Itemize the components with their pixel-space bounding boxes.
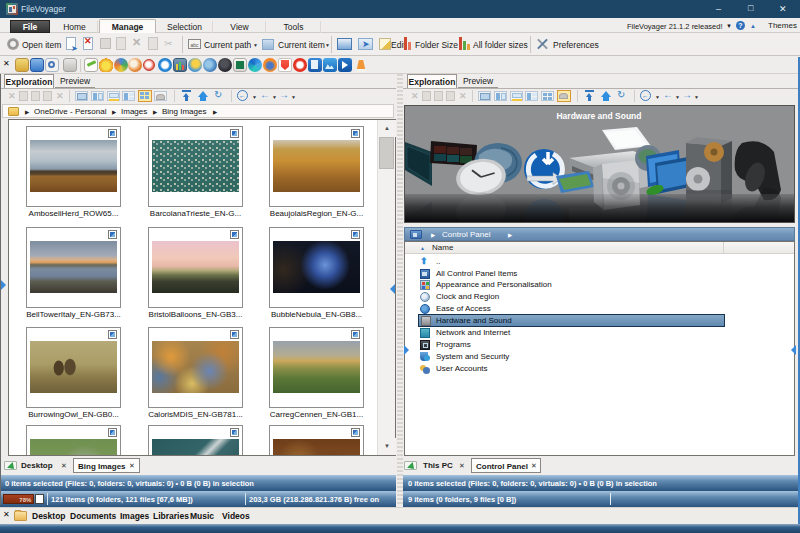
svg-text:Hardware and Sound: Hardware and Sound (556, 111, 641, 121)
